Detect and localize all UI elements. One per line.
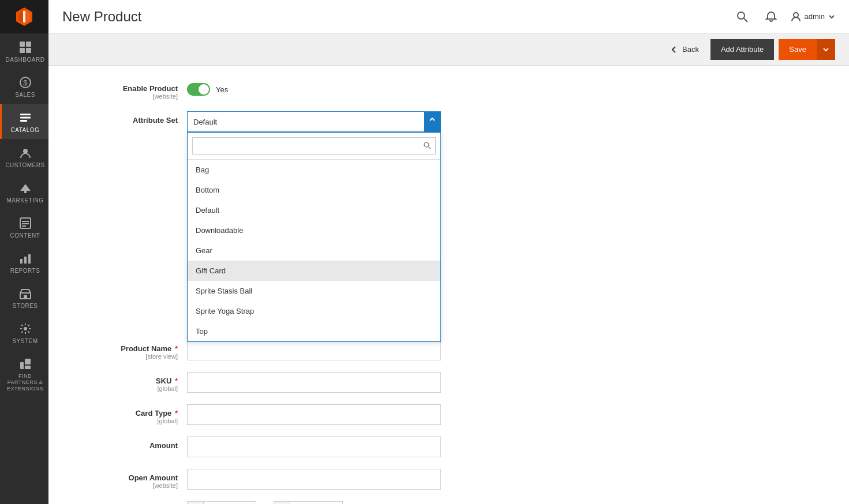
svg-rect-27 [25,359,31,364]
save-button-group: Save [779,39,835,60]
chevron-down-icon [822,46,829,53]
top-header: New Product admin [48,0,849,33]
sales-icon: $ [18,76,32,89]
enable-product-toggle[interactable] [187,83,210,96]
sidebar-item-marketing[interactable]: MARKETING [0,174,48,209]
open-amount-row: Open Amount [website] [72,469,533,490]
dropdown-item[interactable]: Bag [188,160,440,180]
sidebar-item-label: SYSTEM [12,338,38,344]
from-amount-input[interactable] [204,502,256,504]
sidebar-item-reports[interactable]: REPORTS [0,245,48,280]
toolbar: Back Add Attribute Save [48,33,849,66]
svg-rect-19 [22,225,26,227]
to-amount-input[interactable] [290,502,342,504]
product-name-input[interactable] [187,340,441,360]
dropdown-item[interactable]: Sprite Yoga Strap [188,301,440,321]
sidebar-item-label: CUSTOMERS [5,162,44,168]
sidebar: DASHBOARD $ SALES CATALOG CUSTOMERS MARK… [0,0,48,504]
add-attribute-button[interactable]: Add Attribute [710,39,774,60]
toggle-wrap: Yes [187,80,441,96]
sidebar-item-label: CATALOG [11,127,40,133]
select-chevron-icon [424,112,440,131]
from-input-wrap: $ [187,501,256,504]
dropdown-item[interactable]: Top [188,321,440,341]
add-attribute-label: Add Attribute [721,45,764,54]
to-input-wrap: $ [274,501,343,504]
dropdown-search-input[interactable] [192,137,436,155]
svg-rect-24 [24,295,27,299]
card-type-input[interactable] [187,404,441,425]
search-button[interactable] [733,7,751,26]
notifications-button[interactable] [762,7,780,26]
save-button[interactable]: Save [779,39,817,60]
sidebar-item-label: MARKETING [7,197,44,204]
sidebar-item-stores[interactable]: STORES [0,280,48,315]
sidebar-item-label: REPORTS [10,268,40,274]
header-actions: admin [733,7,835,26]
svg-rect-20 [20,259,23,264]
svg-rect-7 [26,48,31,53]
svg-rect-22 [28,254,31,264]
dropdown-search-container [188,133,440,160]
save-dropdown-button[interactable] [817,39,835,60]
svg-rect-15 [24,191,27,193]
amount-control [187,437,441,457]
card-type-row: Card Type * [global] [72,404,533,425]
to-prefix: $ [274,502,290,504]
svg-rect-3 [23,11,25,22]
sidebar-item-catalog[interactable]: CATALOG [0,104,48,139]
open-amount-label: Open Amount [website] [72,469,187,489]
svg-rect-21 [24,257,27,264]
sidebar-item-sales[interactable]: $ SALES [0,69,48,104]
content-area: Enable Product [website] Yes Attribute S… [48,66,849,504]
sku-label: SKU * [global] [72,372,187,392]
attribute-set-dropdown: Bag Bottom Default Downloadable Gear Gif… [187,132,441,342]
user-icon [791,12,801,22]
dropdown-item[interactable]: Sprite Stasis Ball [188,281,440,301]
magento-logo-icon [14,6,35,27]
open-amount-input[interactable] [187,469,441,490]
svg-rect-4 [20,42,25,47]
admin-label: admin [805,12,825,21]
admin-user[interactable]: admin [791,12,835,22]
sidebar-item-extensions[interactable]: FIND PARTNERS & EXTENSIONS [0,350,48,397]
attribute-set-select[interactable]: Default [187,111,441,132]
amount-row: Amount [72,437,533,457]
svg-line-33 [429,146,431,149]
dropdown-item[interactable]: Downloadable [188,220,440,240]
dropdown-item[interactable]: Default [188,200,440,220]
attribute-set-row: Attribute Set Default [72,111,533,132]
dropdown-search-icon [423,141,431,151]
product-name-row: Product Name * [store view] [72,340,533,360]
svg-point-31 [794,13,798,17]
product-form: Enable Product [website] Yes Attribute S… [72,80,533,504]
product-name-control [187,340,441,360]
attribute-set-select-container: Default [187,111,441,132]
sidebar-item-customers[interactable]: CUSTOMERS [0,139,48,174]
open-amount-range-control: $ To $ [187,501,441,504]
sidebar-item-system[interactable]: SYSTEM [0,315,48,350]
dashboard-icon [18,40,32,54]
chevron-down-icon [828,13,835,20]
svg-line-30 [744,18,747,22]
dropdown-item[interactable]: Gear [188,240,440,261]
sidebar-item-dashboard[interactable]: DASHBOARD [0,33,48,69]
sidebar-item-content[interactable]: CONTENT [0,209,48,245]
product-name-label: Product Name * [store view] [72,340,187,360]
sidebar-item-label: FIND PARTNERS & EXTENSIONS [4,373,46,392]
sidebar-item-label: SALES [15,92,35,98]
sku-input[interactable] [187,372,441,393]
toggle-value-label: Yes [216,85,228,94]
sidebar-logo [0,0,48,33]
svg-rect-11 [20,117,31,119]
svg-point-29 [738,12,745,19]
dropdown-item[interactable]: Bottom [188,180,440,200]
svg-rect-6 [20,48,25,53]
svg-marker-14 [20,184,31,191]
dropdown-item-gift-card[interactable]: Gift Card [188,261,440,281]
amount-input[interactable] [187,437,441,457]
card-type-control [187,404,441,425]
back-button[interactable]: Back [663,40,706,59]
main-content: New Product admin Back Add Attribute [48,0,849,504]
dropdown-list: Bag Bottom Default Downloadable Gear Gif… [188,160,440,341]
